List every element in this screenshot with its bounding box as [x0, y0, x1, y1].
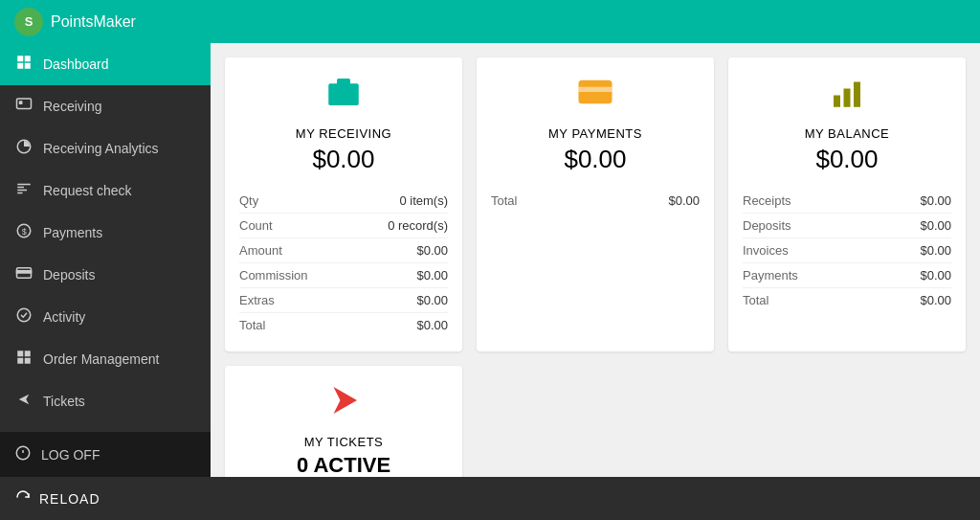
card-payments-header: MY PAYMENTS $0.00 — [491, 72, 700, 174]
table-row: Extras $0.00 — [239, 288, 448, 313]
card-tickets: MY TICKETS 0 ACTIVE Active - waiting on … — [225, 366, 462, 477]
table-row: Receipts $0.00 — [743, 189, 951, 214]
reload-icon — [14, 488, 32, 509]
svg-rect-18 — [17, 358, 23, 364]
app-name: PointsMaker — [51, 13, 136, 31]
sidebar-item-label: Request check — [43, 183, 132, 198]
card-payments: MY PAYMENTS $0.00 Total $0.00 — [477, 57, 714, 351]
svg-rect-3 — [25, 63, 31, 69]
sidebar-item-activity[interactable]: Activity — [0, 296, 211, 338]
svg-marker-34 — [334, 387, 358, 414]
svg-rect-1 — [25, 56, 31, 61]
svg-text:$: $ — [22, 227, 27, 237]
activity-icon — [14, 306, 33, 328]
sidebar-item-receiving-analytics[interactable]: Receiving Analytics — [0, 127, 211, 170]
receiving-card-icon — [323, 72, 364, 121]
svg-point-15 — [17, 308, 31, 322]
analytics-icon — [14, 138, 33, 159]
table-row: Qty 0 item(s) — [239, 189, 448, 214]
payments-card-icon — [575, 72, 615, 121]
logo-icon: S — [14, 8, 43, 36]
balance-card-rows: Receipts $0.00 Deposits $0.00 Invoices $… — [743, 189, 951, 312]
order-management-icon — [14, 349, 33, 370]
sidebar-item-label: Activity — [43, 309, 85, 325]
balance-card-icon — [827, 72, 867, 121]
sidebar-item-payments[interactable]: $ Payments — [0, 212, 211, 254]
receiving-card-rows: Qty 0 item(s) Count 0 record(s) Amount $… — [239, 189, 448, 337]
svg-rect-0 — [17, 56, 23, 61]
svg-rect-2 — [17, 63, 23, 69]
sidebar: Dashboard Receiving — [0, 43, 211, 477]
svg-rect-27 — [328, 83, 359, 105]
svg-rect-32 — [844, 89, 851, 107]
reload-button[interactable]: RELOAD — [14, 488, 100, 509]
svg-marker-20 — [19, 395, 30, 405]
table-row: Total $0.00 — [491, 189, 700, 213]
content-area: MY RECEIVING $0.00 Qty 0 item(s) Count 0… — [211, 43, 980, 477]
sidebar-item-label: Payments — [43, 225, 102, 240]
deposits-icon — [14, 264, 33, 285]
logoff-icon — [14, 444, 32, 464]
sidebar-item-label: Dashboard — [43, 57, 109, 72]
tickets-icon — [14, 391, 33, 412]
sidebar-nav: Dashboard Receiving — [0, 43, 211, 432]
card-receiving: MY RECEIVING $0.00 Qty 0 item(s) Count 0… — [225, 57, 462, 351]
logoff-button[interactable]: LOG OFF — [0, 432, 211, 477]
receiving-icon — [14, 96, 33, 117]
main-layout: Dashboard Receiving — [0, 43, 980, 477]
payments-card-amount: $0.00 — [564, 145, 626, 174]
request-check-icon — [14, 180, 33, 201]
table-row: Count 0 record(s) — [239, 214, 448, 238]
card-tickets-header: MY TICKETS 0 ACTIVE — [239, 380, 448, 477]
header: S PointsMaker — [0, 0, 980, 43]
receiving-card-amount: $0.00 — [312, 145, 374, 174]
svg-rect-28 — [337, 79, 350, 85]
tickets-card-amount: 0 ACTIVE — [297, 453, 390, 477]
sidebar-item-label: Receiving — [43, 99, 101, 114]
svg-rect-19 — [25, 358, 31, 364]
balance-card-title: MY BALANCE — [805, 126, 890, 141]
payments-icon: $ — [14, 222, 33, 243]
tickets-card-icon — [323, 380, 364, 429]
sidebar-item-label: Deposits — [43, 267, 95, 283]
table-row: Deposits $0.00 — [743, 214, 951, 238]
tickets-card-title: MY TICKETS — [304, 435, 384, 449]
logoff-label: LOG OFF — [41, 447, 100, 463]
sidebar-item-order-management[interactable]: Order Management — [0, 338, 211, 380]
table-row: Total $0.00 — [239, 313, 448, 337]
table-row: Payments $0.00 — [743, 263, 951, 288]
table-row: Amount $0.00 — [239, 238, 448, 263]
sidebar-item-receiving[interactable]: Receiving — [0, 85, 211, 127]
table-row: Invoices $0.00 — [743, 238, 951, 263]
payments-card-title: MY PAYMENTS — [548, 126, 642, 141]
svg-rect-31 — [834, 96, 840, 107]
card-receiving-header: MY RECEIVING $0.00 — [239, 72, 448, 174]
sidebar-item-tickets[interactable]: Tickets — [0, 380, 211, 422]
receiving-card-title: MY RECEIVING — [296, 126, 391, 141]
bottom-bar: RELOAD — [0, 477, 980, 520]
card-balance-header: MY BALANCE $0.00 — [743, 72, 951, 174]
svg-rect-17 — [25, 350, 31, 356]
sidebar-item-aliases[interactable]: Aliases — [0, 422, 211, 432]
dashboard-icon — [14, 54, 33, 75]
svg-rect-5 — [19, 101, 23, 104]
sidebar-item-label: Receiving Analytics — [43, 141, 159, 156]
table-row: Commission $0.00 — [239, 263, 448, 288]
sidebar-item-deposits[interactable]: Deposits — [0, 254, 211, 296]
card-balance: MY BALANCE $0.00 Receipts $0.00 Deposits… — [728, 57, 966, 351]
svg-rect-16 — [17, 350, 23, 356]
sidebar-item-label: Tickets — [43, 394, 85, 409]
balance-card-amount: $0.00 — [815, 145, 878, 174]
svg-rect-14 — [17, 271, 32, 273]
sidebar-item-request-check[interactable]: Request check — [0, 170, 211, 212]
sidebar-item-dashboard[interactable]: Dashboard — [0, 43, 211, 85]
svg-rect-30 — [579, 87, 612, 92]
svg-rect-33 — [854, 82, 860, 107]
sidebar-item-label: Order Management — [43, 351, 159, 367]
payments-card-rows: Total $0.00 — [491, 189, 700, 213]
table-row: Total $0.00 — [743, 288, 951, 312]
reload-label: RELOAD — [39, 491, 100, 507]
